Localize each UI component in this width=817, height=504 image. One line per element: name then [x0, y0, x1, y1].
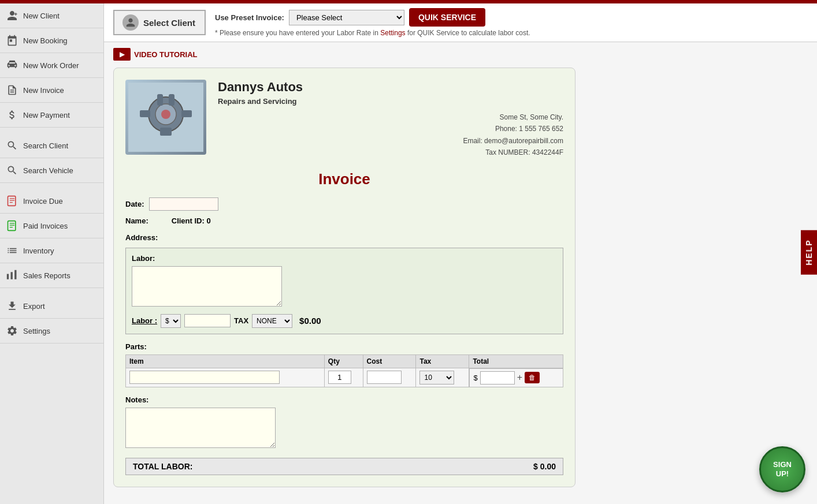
business-tax: Tax NUMBER: 4342244F — [218, 147, 563, 158]
svg-rect-8 — [140, 110, 150, 117]
labor-label: Labor: — [132, 254, 557, 263]
settings-link[interactable]: Settings — [380, 29, 405, 37]
person-icon — [122, 14, 139, 31]
sidebar-item-new-invoice[interactable]: New Invoice — [0, 78, 103, 103]
business-phone: Phone: 1 555 765 652 — [218, 123, 563, 135]
sidebar-item-new-payment[interactable]: New Payment — [0, 103, 103, 128]
svg-rect-5 — [157, 94, 163, 106]
sidebar-item-export-label: Export — [23, 302, 45, 311]
parts-table: Item Qty Cost Tax Total — [125, 354, 563, 388]
svg-rect-9 — [181, 110, 192, 117]
parts-total-input[interactable] — [480, 371, 515, 384]
parts-tax-cell: 10 NONE 20 — [416, 368, 469, 387]
select-client-button[interactable]: Select Client — [113, 10, 206, 35]
parts-qty-input[interactable] — [328, 371, 351, 384]
sidebar-item-search-client[interactable]: Search Client — [0, 133, 103, 158]
labor-calc-label: Labor : — [132, 316, 157, 325]
parts-section: Parts: Item Qty Cost Tax Total — [125, 342, 563, 388]
calendar-icon — [6, 34, 18, 47]
svg-rect-1 — [8, 221, 16, 231]
parts-tax-select[interactable]: 10 NONE 20 — [419, 371, 454, 384]
sidebar-item-new-invoice-label: New Invoice — [23, 86, 64, 95]
dollar-prefix: $ — [473, 374, 477, 382]
car-icon — [6, 59, 18, 72]
labor-textarea[interactable] — [132, 266, 282, 307]
document-icon — [6, 84, 18, 96]
add-part-icon[interactable]: + — [517, 372, 522, 383]
sidebar-item-search-vehicle[interactable]: Search Vehicle — [0, 158, 103, 183]
labor-currency-select[interactable]: $ — [161, 314, 181, 328]
quik-service-button[interactable]: QUIK SERVICE — [409, 8, 485, 27]
date-row: Date: — [125, 197, 563, 211]
sidebar-item-sales-reports[interactable]: Sales Reports — [0, 263, 103, 288]
header-row: Select Client Use Preset Invoice: Please… — [104, 3, 817, 42]
business-address: Some St, Some City. — [218, 111, 563, 123]
sidebar-item-search-client-label: Search Client — [23, 141, 68, 150]
parts-col-qty: Qty — [324, 354, 363, 368]
client-info: Name: Client ID: 0 — [125, 216, 563, 225]
delete-part-button[interactable]: 🗑 — [525, 372, 540, 383]
address-row: Address: — [125, 233, 563, 242]
date-input[interactable] — [149, 197, 218, 211]
inventory-icon — [6, 244, 18, 257]
sidebar-item-new-work-order[interactable]: New Work Order — [0, 53, 103, 78]
labor-section: Labor: Labor : $ TAX NONE $0.00 — [125, 248, 563, 334]
signup-button[interactable]: SIGN UP! — [759, 446, 805, 492]
business-header: Dannys Autos Repairs and Servicing Some … — [125, 80, 563, 159]
labor-amount-input[interactable] — [184, 314, 231, 327]
parts-label: Parts: — [125, 342, 563, 351]
notes-label: Notes: — [125, 395, 563, 404]
video-tutorial-link[interactable]: ▶ VIDEO TUTORIAL — [113, 48, 808, 61]
sidebar-item-export[interactable]: Export — [0, 294, 103, 319]
parts-cost-input[interactable] — [367, 371, 402, 384]
parts-col-total: Total — [469, 354, 563, 368]
sidebar-item-invoice-due[interactable]: Invoice Due — [0, 189, 103, 214]
notes-textarea[interactable] — [125, 408, 276, 448]
business-tagline: Repairs and Servicing — [218, 97, 563, 106]
parts-col-item: Item — [126, 354, 325, 368]
name-field: Name: — [125, 216, 148, 225]
labor-calc-row: Labor : $ TAX NONE $0.00 — [132, 314, 557, 328]
chart-icon — [6, 269, 18, 282]
invoice-title: Invoice — [125, 170, 563, 188]
preset-label: Use Preset Invoice: — [215, 13, 284, 22]
business-info: Dannys Autos Repairs and Servicing Some … — [218, 80, 563, 159]
table-row: 10 NONE 20 $ + 🗑 — [126, 368, 563, 387]
select-client-label: Select Client — [143, 18, 195, 28]
person-plus-icon — [6, 9, 18, 22]
preset-area: Use Preset Invoice: Please Select QUIK S… — [215, 8, 530, 37]
parts-total-cell: $ + 🗑 — [469, 368, 563, 387]
settings-icon — [6, 324, 18, 337]
signup-label: SIGN UP! — [773, 460, 792, 478]
parts-col-tax: Tax — [416, 354, 469, 368]
sidebar-item-new-booking-label: New Booking — [23, 36, 68, 45]
labor-total: $0.00 — [299, 316, 321, 326]
business-email: Email: demo@autorepairbill.com — [218, 135, 563, 147]
sidebar-item-new-booking[interactable]: New Booking — [0, 28, 103, 53]
search-client-icon — [6, 139, 18, 152]
total-labor-amount: $ 0.00 — [533, 462, 556, 471]
sidebar-item-new-client[interactable]: New Client — [0, 3, 103, 28]
svg-point-10 — [161, 110, 170, 119]
svg-rect-7 — [160, 128, 172, 136]
help-tab[interactable]: HELP — [801, 230, 817, 274]
preset-select[interactable]: Please Select — [289, 10, 404, 25]
invoice-due-icon — [6, 195, 18, 207]
sidebar-item-search-vehicle-label: Search Vehicle — [23, 166, 73, 175]
sidebar-item-new-client-label: New Client — [23, 12, 60, 20]
sidebar-item-paid-invoices[interactable]: Paid Invoices — [0, 214, 103, 238]
parts-table-header: Item Qty Cost Tax Total — [126, 354, 563, 368]
total-labor-label: TOTAL LABOR: — [133, 462, 533, 471]
business-details: Some St, Some City. Phone: 1 555 765 652… — [218, 111, 563, 159]
sidebar-item-invoice-due-label: Invoice Due — [23, 197, 63, 206]
parts-item-input[interactable] — [129, 371, 280, 384]
invoice-card: Dannys Autos Repairs and Servicing Some … — [113, 68, 575, 487]
labor-tax-select[interactable]: NONE — [252, 314, 292, 328]
parts-qty-cell — [324, 368, 363, 387]
svg-rect-6 — [169, 94, 174, 106]
sidebar-item-settings[interactable]: Settings — [0, 319, 103, 344]
notes-section: Notes: — [125, 395, 563, 450]
sidebar-item-inventory[interactable]: Inventory — [0, 238, 103, 263]
sidebar-item-new-work-order-label: New Work Order — [23, 61, 79, 70]
business-name: Dannys Autos — [218, 80, 563, 95]
